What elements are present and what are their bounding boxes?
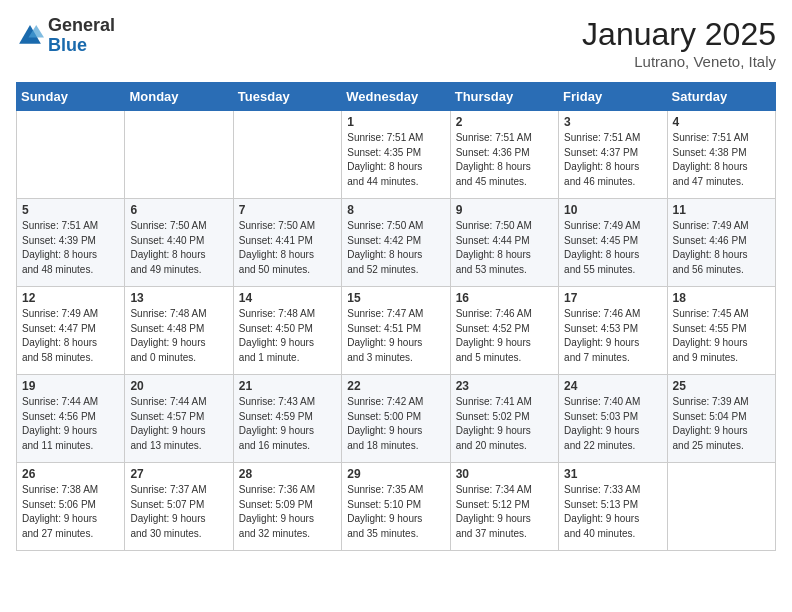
calendar-cell: 23Sunrise: 7:41 AM Sunset: 5:02 PM Dayli… — [450, 375, 558, 463]
calendar-cell: 8Sunrise: 7:50 AM Sunset: 4:42 PM Daylig… — [342, 199, 450, 287]
calendar-cell: 20Sunrise: 7:44 AM Sunset: 4:57 PM Dayli… — [125, 375, 233, 463]
logo-text: General Blue — [48, 16, 115, 56]
day-number: 17 — [564, 291, 661, 305]
calendar-cell: 9Sunrise: 7:50 AM Sunset: 4:44 PM Daylig… — [450, 199, 558, 287]
calendar-cell: 22Sunrise: 7:42 AM Sunset: 5:00 PM Dayli… — [342, 375, 450, 463]
day-number: 29 — [347, 467, 444, 481]
day-number: 4 — [673, 115, 770, 129]
calendar-cell: 12Sunrise: 7:49 AM Sunset: 4:47 PM Dayli… — [17, 287, 125, 375]
day-info: Sunrise: 7:34 AM Sunset: 5:12 PM Dayligh… — [456, 483, 553, 541]
day-number: 10 — [564, 203, 661, 217]
day-number: 9 — [456, 203, 553, 217]
day-info: Sunrise: 7:51 AM Sunset: 4:37 PM Dayligh… — [564, 131, 661, 189]
weekday-header-friday: Friday — [559, 83, 667, 111]
day-info: Sunrise: 7:44 AM Sunset: 4:56 PM Dayligh… — [22, 395, 119, 453]
day-info: Sunrise: 7:49 AM Sunset: 4:46 PM Dayligh… — [673, 219, 770, 277]
day-info: Sunrise: 7:46 AM Sunset: 4:53 PM Dayligh… — [564, 307, 661, 365]
day-info: Sunrise: 7:37 AM Sunset: 5:07 PM Dayligh… — [130, 483, 227, 541]
day-number: 26 — [22, 467, 119, 481]
calendar-cell — [125, 111, 233, 199]
calendar-cell: 14Sunrise: 7:48 AM Sunset: 4:50 PM Dayli… — [233, 287, 341, 375]
day-number: 23 — [456, 379, 553, 393]
day-number: 6 — [130, 203, 227, 217]
day-info: Sunrise: 7:45 AM Sunset: 4:55 PM Dayligh… — [673, 307, 770, 365]
day-number: 11 — [673, 203, 770, 217]
day-number: 2 — [456, 115, 553, 129]
day-info: Sunrise: 7:48 AM Sunset: 4:50 PM Dayligh… — [239, 307, 336, 365]
calendar-cell: 28Sunrise: 7:36 AM Sunset: 5:09 PM Dayli… — [233, 463, 341, 551]
day-info: Sunrise: 7:38 AM Sunset: 5:06 PM Dayligh… — [22, 483, 119, 541]
calendar-cell: 19Sunrise: 7:44 AM Sunset: 4:56 PM Dayli… — [17, 375, 125, 463]
day-number: 3 — [564, 115, 661, 129]
calendar-cell — [17, 111, 125, 199]
day-info: Sunrise: 7:51 AM Sunset: 4:39 PM Dayligh… — [22, 219, 119, 277]
calendar-cell: 29Sunrise: 7:35 AM Sunset: 5:10 PM Dayli… — [342, 463, 450, 551]
calendar-cell: 17Sunrise: 7:46 AM Sunset: 4:53 PM Dayli… — [559, 287, 667, 375]
day-info: Sunrise: 7:47 AM Sunset: 4:51 PM Dayligh… — [347, 307, 444, 365]
calendar-cell: 31Sunrise: 7:33 AM Sunset: 5:13 PM Dayli… — [559, 463, 667, 551]
day-info: Sunrise: 7:51 AM Sunset: 4:35 PM Dayligh… — [347, 131, 444, 189]
calendar-cell: 10Sunrise: 7:49 AM Sunset: 4:45 PM Dayli… — [559, 199, 667, 287]
day-number: 22 — [347, 379, 444, 393]
day-number: 14 — [239, 291, 336, 305]
day-number: 30 — [456, 467, 553, 481]
calendar-table: SundayMondayTuesdayWednesdayThursdayFrid… — [16, 82, 776, 551]
calendar-cell: 15Sunrise: 7:47 AM Sunset: 4:51 PM Dayli… — [342, 287, 450, 375]
calendar-cell: 25Sunrise: 7:39 AM Sunset: 5:04 PM Dayli… — [667, 375, 775, 463]
calendar-cell: 27Sunrise: 7:37 AM Sunset: 5:07 PM Dayli… — [125, 463, 233, 551]
weekday-header-tuesday: Tuesday — [233, 83, 341, 111]
day-info: Sunrise: 7:49 AM Sunset: 4:47 PM Dayligh… — [22, 307, 119, 365]
calendar-cell: 18Sunrise: 7:45 AM Sunset: 4:55 PM Dayli… — [667, 287, 775, 375]
calendar-cell — [233, 111, 341, 199]
weekday-header-saturday: Saturday — [667, 83, 775, 111]
day-number: 27 — [130, 467, 227, 481]
logo-general: General — [48, 15, 115, 35]
week-row-3: 12Sunrise: 7:49 AM Sunset: 4:47 PM Dayli… — [17, 287, 776, 375]
day-number: 5 — [22, 203, 119, 217]
day-number: 12 — [22, 291, 119, 305]
day-number: 20 — [130, 379, 227, 393]
week-row-5: 26Sunrise: 7:38 AM Sunset: 5:06 PM Dayli… — [17, 463, 776, 551]
day-number: 28 — [239, 467, 336, 481]
day-number: 7 — [239, 203, 336, 217]
calendar-cell: 1Sunrise: 7:51 AM Sunset: 4:35 PM Daylig… — [342, 111, 450, 199]
calendar-cell: 21Sunrise: 7:43 AM Sunset: 4:59 PM Dayli… — [233, 375, 341, 463]
calendar-cell: 4Sunrise: 7:51 AM Sunset: 4:38 PM Daylig… — [667, 111, 775, 199]
day-number: 31 — [564, 467, 661, 481]
day-info: Sunrise: 7:51 AM Sunset: 4:36 PM Dayligh… — [456, 131, 553, 189]
day-number: 1 — [347, 115, 444, 129]
day-info: Sunrise: 7:49 AM Sunset: 4:45 PM Dayligh… — [564, 219, 661, 277]
day-number: 25 — [673, 379, 770, 393]
day-info: Sunrise: 7:44 AM Sunset: 4:57 PM Dayligh… — [130, 395, 227, 453]
title-section: January 2025 Lutrano, Veneto, Italy — [582, 16, 776, 70]
logo: General Blue — [16, 16, 115, 56]
day-number: 15 — [347, 291, 444, 305]
weekday-header-sunday: Sunday — [17, 83, 125, 111]
day-info: Sunrise: 7:35 AM Sunset: 5:10 PM Dayligh… — [347, 483, 444, 541]
calendar-cell: 3Sunrise: 7:51 AM Sunset: 4:37 PM Daylig… — [559, 111, 667, 199]
weekday-header-row: SundayMondayTuesdayWednesdayThursdayFrid… — [17, 83, 776, 111]
logo-icon — [16, 22, 44, 50]
calendar-cell: 6Sunrise: 7:50 AM Sunset: 4:40 PM Daylig… — [125, 199, 233, 287]
week-row-2: 5Sunrise: 7:51 AM Sunset: 4:39 PM Daylig… — [17, 199, 776, 287]
day-info: Sunrise: 7:36 AM Sunset: 5:09 PM Dayligh… — [239, 483, 336, 541]
weekday-header-wednesday: Wednesday — [342, 83, 450, 111]
calendar-cell: 5Sunrise: 7:51 AM Sunset: 4:39 PM Daylig… — [17, 199, 125, 287]
logo-blue-text: Blue — [48, 35, 87, 55]
day-info: Sunrise: 7:39 AM Sunset: 5:04 PM Dayligh… — [673, 395, 770, 453]
day-info: Sunrise: 7:50 AM Sunset: 4:41 PM Dayligh… — [239, 219, 336, 277]
day-number: 13 — [130, 291, 227, 305]
day-info: Sunrise: 7:41 AM Sunset: 5:02 PM Dayligh… — [456, 395, 553, 453]
day-info: Sunrise: 7:48 AM Sunset: 4:48 PM Dayligh… — [130, 307, 227, 365]
weekday-header-monday: Monday — [125, 83, 233, 111]
day-info: Sunrise: 7:51 AM Sunset: 4:38 PM Dayligh… — [673, 131, 770, 189]
calendar-cell: 13Sunrise: 7:48 AM Sunset: 4:48 PM Dayli… — [125, 287, 233, 375]
day-info: Sunrise: 7:33 AM Sunset: 5:13 PM Dayligh… — [564, 483, 661, 541]
day-info: Sunrise: 7:50 AM Sunset: 4:42 PM Dayligh… — [347, 219, 444, 277]
calendar-cell: 7Sunrise: 7:50 AM Sunset: 4:41 PM Daylig… — [233, 199, 341, 287]
week-row-1: 1Sunrise: 7:51 AM Sunset: 4:35 PM Daylig… — [17, 111, 776, 199]
calendar-cell: 11Sunrise: 7:49 AM Sunset: 4:46 PM Dayli… — [667, 199, 775, 287]
page-header: General Blue January 2025 Lutrano, Venet… — [16, 16, 776, 70]
calendar-cell: 30Sunrise: 7:34 AM Sunset: 5:12 PM Dayli… — [450, 463, 558, 551]
day-info: Sunrise: 7:50 AM Sunset: 4:40 PM Dayligh… — [130, 219, 227, 277]
